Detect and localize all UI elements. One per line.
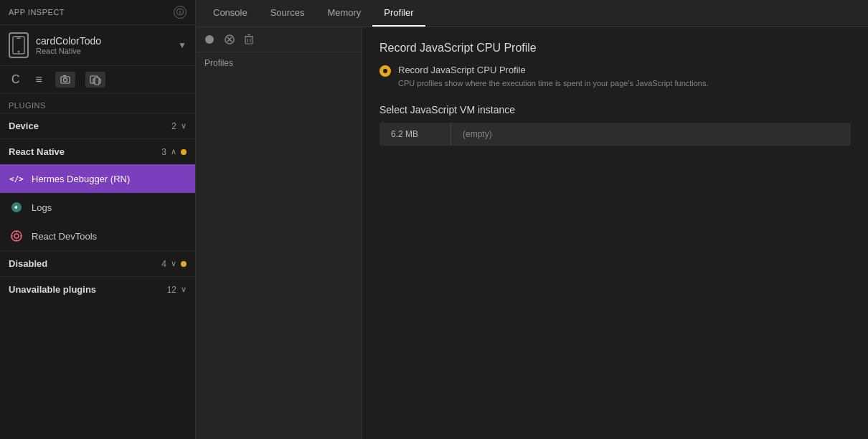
svg-point-11 (14, 234, 19, 238)
react-devtools-label: React DevTools (32, 231, 97, 242)
react-devtools-item[interactable]: React DevTools (0, 222, 195, 250)
record-button[interactable] (203, 33, 216, 46)
screenshot-button[interactable] (55, 72, 75, 88)
react-native-group-right: 3 ∧ (161, 147, 187, 157)
profile-option-desc: CPU profiles show where the execution ti… (398, 77, 709, 90)
disabled-group: Disabled 4 ∨ (0, 250, 195, 276)
device-info-row[interactable]: cardColorTodo React Native ▼ (0, 25, 195, 66)
tab-profiler[interactable]: Profiler (372, 0, 425, 27)
unavailable-group-header[interactable]: Unavailable plugins 12 ∨ (0, 276, 195, 302)
svg-point-2 (18, 51, 20, 53)
logs-item[interactable]: Logs (0, 193, 195, 222)
profiler-right: Record JavaScript CPU Profile Record Jav… (362, 27, 868, 439)
disabled-group-chevron: ∨ (171, 259, 176, 268)
unavailable-group-count: 12 (167, 285, 176, 295)
device-dropdown-arrow[interactable]: ▼ (178, 40, 187, 50)
delete-button[interactable] (243, 33, 255, 46)
device-group-right: 2 ∨ (171, 121, 187, 131)
profile-option-cpu: Record JavaScript CPU Profile CPU profil… (379, 65, 851, 90)
device-group-header[interactable]: Device 2 ∨ (0, 113, 195, 138)
unavailable-group-chevron: ∨ (181, 285, 187, 294)
app-inspect-header: APP INSPECT ⓘ (0, 0, 195, 25)
svg-point-16 (205, 35, 214, 44)
disabled-group-name: Disabled (9, 258, 47, 269)
tab-sources[interactable]: Sources (259, 0, 316, 27)
sidebar: APP INSPECT ⓘ cardColorTodo React Native… (0, 0, 196, 439)
profiler-section-title: Record JavaScript CPU Profile (379, 42, 851, 55)
stop-button[interactable] (223, 33, 236, 46)
device-group-name: Device (9, 121, 39, 131)
vm-instance-row[interactable]: 6.2 MB (empty) (379, 123, 851, 146)
profile-option-content: Record JavaScript CPU Profile CPU profil… (398, 65, 709, 90)
hermes-debugger-label: Hermes Debugger (RN) (32, 174, 130, 184)
svg-rect-8 (95, 77, 99, 85)
logs-label: Logs (32, 202, 52, 213)
svg-rect-3 (61, 77, 70, 83)
disabled-group-header[interactable]: Disabled 4 ∨ (0, 250, 195, 276)
unavailable-group-name: Unavailable plugins (9, 284, 96, 295)
platform-name: React Native (36, 47, 171, 55)
app-inspect-info-icon[interactable]: ⓘ (174, 6, 187, 19)
sidebar-toolbar: C ≡ (0, 66, 195, 94)
device-name-group: cardColorTodo React Native (36, 35, 171, 55)
device-group-count: 2 (171, 121, 176, 131)
vm-cell-name: (empty) (451, 123, 851, 146)
tabs-bar: Console Sources Memory Profiler (196, 0, 868, 27)
radio-cpu-profile[interactable] (379, 65, 391, 77)
device-group: Device 2 ∨ (0, 113, 195, 138)
react-native-group-count: 3 (161, 147, 166, 157)
app-name: cardColorTodo (36, 35, 171, 47)
app-inspect-title: APP INSPECT (9, 8, 65, 16)
profiles-panel: Profiles (196, 27, 362, 439)
svg-rect-20 (245, 37, 253, 44)
refresh-button[interactable]: C (9, 72, 23, 88)
react-native-group-chevron: ∧ (171, 147, 176, 156)
main-content: Console Sources Memory Profiler (196, 0, 868, 439)
react-native-group-name: React Native (9, 146, 65, 157)
radio-inner (383, 69, 387, 73)
device-group-chevron: ∨ (181, 121, 187, 131)
hermes-code-icon: </> (9, 171, 24, 187)
disabled-group-count: 4 (161, 259, 166, 269)
svg-rect-1 (16, 38, 21, 39)
unavailable-group: Unavailable plugins 12 ∨ (0, 276, 195, 302)
vm-cell-size: 6.2 MB (379, 123, 451, 146)
profile-option-title: Record JavaScript CPU Profile (398, 65, 709, 75)
react-native-badge (181, 149, 187, 155)
tab-console[interactable]: Console (202, 0, 259, 27)
vm-section-title: Select JavaScript VM instance (379, 104, 851, 115)
plugins-label: PLUGINS (0, 94, 195, 113)
react-native-group-header[interactable]: React Native 3 ∧ (0, 138, 195, 164)
disabled-group-right: 4 ∨ (161, 259, 187, 269)
logs-arrow-icon (9, 199, 24, 215)
hermes-debugger-item[interactable]: </> Hermes Debugger (RN) (0, 164, 195, 193)
profiler-layout: Profiles Record JavaScript CPU Profile R… (196, 27, 868, 439)
svg-point-4 (63, 78, 67, 82)
screenshot-button-2[interactable] (85, 72, 105, 88)
react-native-group: React Native 3 ∧ </> Hermes Debugger (RN… (0, 138, 195, 250)
profiles-label: Profiles (196, 52, 362, 74)
profiles-toolbar (196, 27, 362, 52)
device-mobile-icon (9, 32, 29, 58)
svg-point-10 (11, 231, 22, 241)
tab-memory[interactable]: Memory (316, 0, 372, 27)
react-devtools-gear-icon (9, 228, 24, 244)
disabled-badge (181, 261, 187, 267)
menu-button[interactable]: ≡ (33, 72, 45, 88)
unavailable-group-right: 12 ∨ (167, 285, 187, 295)
